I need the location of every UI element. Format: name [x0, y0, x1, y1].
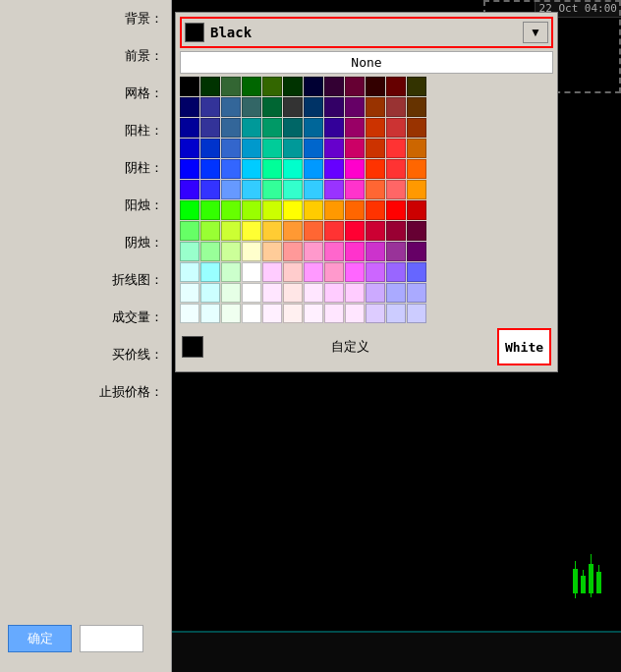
color-cell[interactable] [324, 159, 344, 179]
color-cell[interactable] [407, 200, 426, 220]
color-cell[interactable] [262, 159, 282, 179]
color-cell[interactable] [242, 221, 261, 241]
color-cell[interactable] [283, 304, 303, 323]
color-cell[interactable] [407, 77, 426, 96]
color-cell[interactable] [345, 242, 365, 261]
color-cell[interactable] [180, 180, 199, 199]
color-cell[interactable] [200, 118, 220, 138]
color-cell[interactable] [200, 242, 220, 261]
color-cell[interactable] [200, 221, 220, 241]
color-cell[interactable] [180, 118, 199, 138]
color-cell[interactable] [242, 139, 261, 158]
color-cell[interactable] [407, 139, 426, 158]
color-cell[interactable] [200, 139, 220, 158]
color-cell[interactable] [304, 304, 323, 323]
color-cell[interactable] [262, 221, 282, 241]
color-cell[interactable] [200, 159, 220, 179]
color-cell[interactable] [262, 97, 282, 117]
color-cell[interactable] [262, 304, 282, 323]
color-cell[interactable] [304, 77, 323, 96]
white-color-option[interactable]: White [497, 328, 551, 365]
color-cell[interactable] [407, 262, 426, 282]
color-cell[interactable] [262, 118, 282, 138]
color-cell[interactable] [304, 118, 323, 138]
color-cell[interactable] [386, 139, 406, 158]
color-cell[interactable] [407, 97, 426, 117]
none-option[interactable]: None [180, 51, 553, 74]
blank-button[interactable] [80, 625, 143, 652]
color-cell[interactable] [386, 159, 406, 179]
color-cell[interactable] [366, 221, 385, 241]
color-cell[interactable] [262, 262, 282, 282]
color-cell[interactable] [262, 180, 282, 199]
color-cell[interactable] [386, 283, 406, 303]
color-cell[interactable] [366, 159, 385, 179]
color-cell[interactable] [180, 159, 199, 179]
color-cell[interactable] [386, 200, 406, 220]
color-cell[interactable] [180, 221, 199, 241]
color-cell[interactable] [386, 180, 406, 199]
color-cell[interactable] [200, 97, 220, 117]
color-cell[interactable] [345, 221, 365, 241]
color-cell[interactable] [386, 97, 406, 117]
color-cell[interactable] [221, 200, 241, 220]
color-cell[interactable] [407, 221, 426, 241]
color-cell[interactable] [366, 242, 385, 261]
color-cell[interactable] [221, 180, 241, 199]
color-cell[interactable] [324, 77, 344, 96]
color-cell[interactable] [407, 159, 426, 179]
color-cell[interactable] [324, 118, 344, 138]
color-cell[interactable] [407, 304, 426, 323]
color-cell[interactable] [283, 118, 303, 138]
color-cell[interactable] [304, 283, 323, 303]
color-cell[interactable] [366, 118, 385, 138]
color-cell[interactable] [283, 159, 303, 179]
color-cell[interactable] [283, 77, 303, 96]
color-cell[interactable] [242, 242, 261, 261]
color-cell[interactable] [386, 77, 406, 96]
color-cell[interactable] [262, 200, 282, 220]
color-cell[interactable] [366, 283, 385, 303]
color-cell[interactable] [407, 283, 426, 303]
color-cell[interactable] [262, 242, 282, 261]
color-cell[interactable] [221, 159, 241, 179]
color-cell[interactable] [221, 262, 241, 282]
color-cell[interactable] [407, 242, 426, 261]
color-cell[interactable] [242, 304, 261, 323]
color-cell[interactable] [283, 97, 303, 117]
color-cell[interactable] [366, 304, 385, 323]
color-cell[interactable] [345, 200, 365, 220]
color-cell[interactable] [304, 200, 323, 220]
color-cell[interactable] [242, 159, 261, 179]
color-cell[interactable] [200, 262, 220, 282]
color-cell[interactable] [221, 242, 241, 261]
color-cell[interactable] [386, 262, 406, 282]
color-cell[interactable] [283, 180, 303, 199]
color-cell[interactable] [304, 242, 323, 261]
color-cell[interactable] [221, 139, 241, 158]
color-cell[interactable] [283, 139, 303, 158]
color-cell[interactable] [366, 200, 385, 220]
color-cell[interactable] [221, 97, 241, 117]
color-cell[interactable] [242, 262, 261, 282]
color-cell[interactable] [180, 283, 199, 303]
color-cell[interactable] [283, 221, 303, 241]
color-cell[interactable] [304, 262, 323, 282]
color-cell[interactable] [324, 139, 344, 158]
color-cell[interactable] [221, 221, 241, 241]
color-cell[interactable] [262, 77, 282, 96]
color-cell[interactable] [345, 304, 365, 323]
color-cell[interactable] [304, 221, 323, 241]
color-cell[interactable] [283, 262, 303, 282]
color-cell[interactable] [386, 304, 406, 323]
color-cell[interactable] [283, 283, 303, 303]
color-cell[interactable] [200, 283, 220, 303]
color-cell[interactable] [180, 304, 199, 323]
color-cell[interactable] [324, 262, 344, 282]
color-cell[interactable] [345, 118, 365, 138]
color-cell[interactable] [407, 180, 426, 199]
color-cell[interactable] [242, 200, 261, 220]
color-cell[interactable] [366, 97, 385, 117]
color-cell[interactable] [221, 283, 241, 303]
color-cell[interactable] [262, 283, 282, 303]
